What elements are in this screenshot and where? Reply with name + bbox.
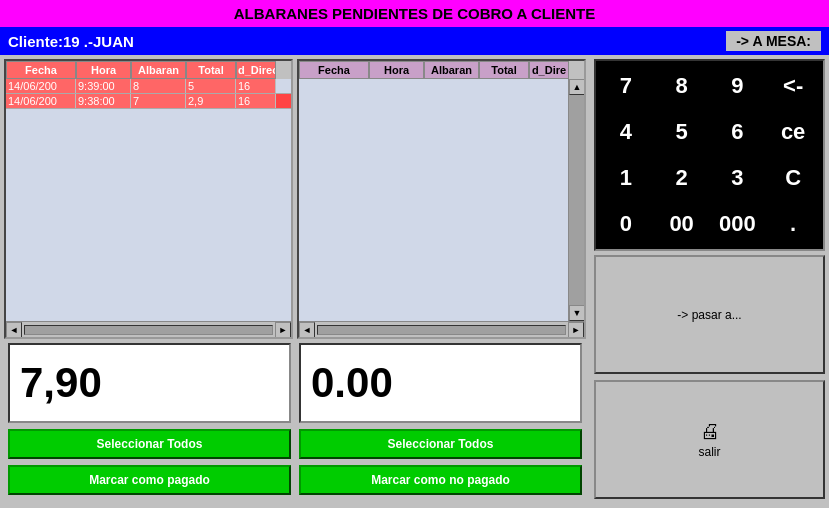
- col-fecha-right: Fecha: [299, 61, 369, 79]
- cell-hora: 9:39:00: [76, 79, 131, 93]
- col-total-left: Total: [186, 61, 236, 79]
- bottom-area: 7,90 Seleccionar Todos Marcar como pagad…: [4, 339, 586, 499]
- left-table-header: Fecha Hora Albaran Total d_Direcci: [6, 61, 291, 79]
- numpad-key-00[interactable]: 00: [656, 203, 708, 245]
- numpad-key-000[interactable]: 000: [712, 203, 764, 245]
- vscroll-track: [569, 95, 584, 305]
- select-all-left-button[interactable]: Seleccionar Todos: [8, 429, 291, 459]
- salir-label: salir: [698, 445, 720, 459]
- col-dir-left: d_Direcci: [236, 61, 276, 79]
- right-scroll-right[interactable]: ►: [568, 322, 584, 338]
- left-bottom-panel: 7,90 Seleccionar Todos Marcar como pagad…: [8, 343, 291, 495]
- title-text: ALBARANES PENDIENTES DE COBRO A CLIENTE: [234, 5, 595, 22]
- left-value: 7,90: [20, 359, 102, 407]
- left-table-body[interactable]: 14/06/200 9:39:00 8 5 16 14/06/200 9:38:…: [6, 79, 291, 321]
- col-dir-right: d_Dire: [529, 61, 569, 79]
- right-table-body[interactable]: [299, 79, 568, 321]
- cell-hora: 9:38:00: [76, 94, 131, 108]
- right-value-display: 0.00: [299, 343, 582, 423]
- left-scroll-track[interactable]: [24, 325, 273, 335]
- client-label: Cliente:19 .-JUAN: [8, 33, 134, 50]
- right-scroll-left[interactable]: ◄: [299, 322, 315, 338]
- right-bottom-panel: 0.00 Seleccionar Todos Marcar como no pa…: [299, 343, 582, 495]
- numpad: 789<-456ce123C000000.: [594, 59, 825, 251]
- mark-not-paid-button[interactable]: Marcar como no pagado: [299, 465, 582, 495]
- cell-alb: 7: [131, 94, 186, 108]
- tables-row: Fecha Hora Albaran Total d_Direcci 14/06…: [4, 59, 586, 339]
- salir-icon: 🖨: [700, 420, 720, 443]
- cell-dir: 16: [236, 79, 276, 93]
- right-table-header: Fecha Hora Albaran Total d_Dire: [299, 61, 584, 79]
- left-hscroll[interactable]: ◄ ►: [6, 321, 291, 337]
- col-alb-left: Albaran: [131, 61, 186, 79]
- salir-button[interactable]: 🖨 salir: [594, 380, 825, 499]
- left-panel: Fecha Hora Albaran Total d_Direcci 14/06…: [0, 55, 590, 503]
- table-row[interactable]: 14/06/200 9:38:00 7 2,9 16: [6, 94, 291, 109]
- mark-paid-button[interactable]: Marcar como pagado: [8, 465, 291, 495]
- vscroll-down[interactable]: ▼: [569, 305, 585, 321]
- numpad-key-8[interactable]: 8: [656, 65, 708, 107]
- col-alb-right: Albaran: [424, 61, 479, 79]
- col-hora-left: Hora: [76, 61, 131, 79]
- numpad-key-ce[interactable]: ce: [767, 111, 819, 153]
- numpad-key-9[interactable]: 9: [712, 65, 764, 107]
- numpad-key-1[interactable]: 1: [600, 157, 652, 199]
- main-area: Fecha Hora Albaran Total d_Direcci 14/06…: [0, 55, 829, 503]
- client-bar: Cliente:19 .-JUAN -> A MESA:: [0, 27, 829, 55]
- cell-total: 5: [186, 79, 236, 93]
- cell-fecha: 14/06/200: [6, 79, 76, 93]
- left-scroll-left[interactable]: ◄: [6, 322, 22, 338]
- cell-dir: 16: [236, 94, 276, 108]
- right-table: Fecha Hora Albaran Total d_Dire ▲ ▼: [297, 59, 586, 339]
- right-hscroll[interactable]: ◄ ►: [299, 321, 584, 337]
- numpad-key-backspace[interactable]: <-: [767, 65, 819, 107]
- left-scroll-right[interactable]: ►: [275, 322, 291, 338]
- col-fecha-left: Fecha: [6, 61, 76, 79]
- numpad-key-4[interactable]: 4: [600, 111, 652, 153]
- numpad-key-C[interactable]: C: [767, 157, 819, 199]
- numpad-key-0[interactable]: 0: [600, 203, 652, 245]
- cell-fecha: 14/06/200: [6, 94, 76, 108]
- col-hora-right: Hora: [369, 61, 424, 79]
- mesa-label: -> A MESA:: [726, 31, 821, 51]
- cell-total: 2,9: [186, 94, 236, 108]
- table-row[interactable]: 14/06/200 9:39:00 8 5 16: [6, 79, 291, 94]
- cell-alb: 8: [131, 79, 186, 93]
- title-bar: ALBARANES PENDIENTES DE COBRO A CLIENTE: [0, 0, 829, 27]
- left-value-display: 7,90: [8, 343, 291, 423]
- numpad-key-7[interactable]: 7: [600, 65, 652, 107]
- select-all-right-button[interactable]: Seleccionar Todos: [299, 429, 582, 459]
- left-table: Fecha Hora Albaran Total d_Direcci 14/06…: [4, 59, 293, 339]
- vscroll-up[interactable]: ▲: [569, 79, 585, 95]
- right-scroll-track[interactable]: [317, 325, 566, 335]
- right-value: 0.00: [311, 359, 393, 407]
- action-buttons: -> pasar a... 🖨 salir: [594, 255, 825, 499]
- numpad-key-dot[interactable]: .: [767, 203, 819, 245]
- right-vscroll[interactable]: ▲ ▼: [568, 79, 584, 321]
- right-table-wrapper: ▲ ▼: [299, 79, 584, 321]
- numpad-key-2[interactable]: 2: [656, 157, 708, 199]
- numpad-key-6[interactable]: 6: [712, 111, 764, 153]
- pasar-button[interactable]: -> pasar a...: [594, 255, 825, 374]
- numpad-key-5[interactable]: 5: [656, 111, 708, 153]
- right-panel: 789<-456ce123C000000. -> pasar a... 🖨 sa…: [590, 55, 829, 503]
- numpad-key-3[interactable]: 3: [712, 157, 764, 199]
- col-total-right: Total: [479, 61, 529, 79]
